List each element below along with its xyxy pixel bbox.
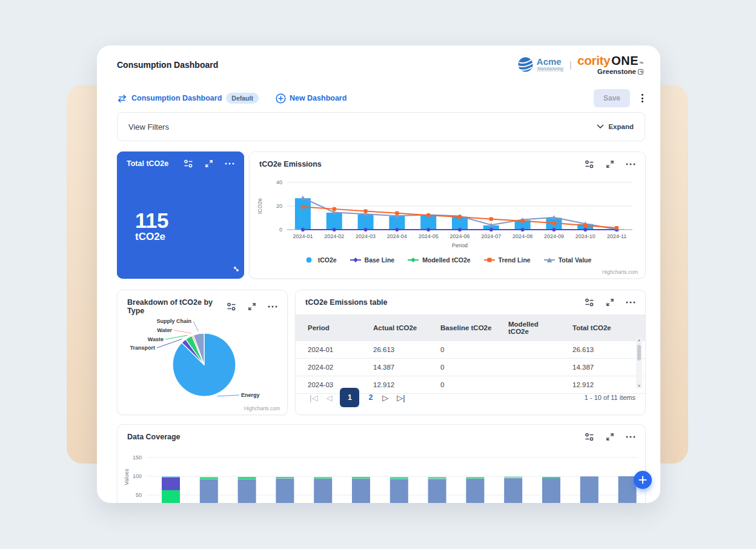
widget-settings-icon[interactable] (184, 159, 193, 168)
swap-arrows-icon (117, 95, 127, 102)
column-header[interactable]: Baseline tCO2e (428, 314, 496, 341)
svg-text:50: 50 (136, 492, 142, 498)
acme-name: Acme (537, 57, 564, 66)
legend-item[interactable]: Modelled tCO2e (408, 256, 470, 264)
pie-label: Water (157, 327, 172, 333)
data-coverage-card: Data Coverage 50100150Val (117, 424, 646, 503)
dashboard-panel: Consumption Dashboard Acme Manufacturing… (97, 45, 660, 503)
brand-logos: Acme Manufacturing | cority ONE ™ Greens… (517, 54, 643, 75)
table-scrollbar[interactable]: ▲ ▼ (636, 338, 642, 388)
widget-settings-icon[interactable] (585, 298, 594, 307)
legend-item[interactable]: Base Line (350, 256, 395, 264)
legend-item[interactable]: Total Value (544, 256, 592, 264)
pie-label: Transport (130, 345, 155, 351)
total-tco2e-card: Total tCO2e 115 (117, 151, 244, 279)
legend-item[interactable]: tCO2e (303, 256, 337, 264)
save-button[interactable]: Save (594, 89, 630, 107)
svg-text:2024-06: 2024-06 (449, 233, 469, 239)
expand-widget-icon[interactable] (606, 160, 614, 168)
new-dashboard-button[interactable]: New Dashboard (276, 93, 346, 104)
expand-filters-button[interactable]: Expand (597, 123, 634, 130)
pagination-summary: 1 - 10 of 11 items (585, 394, 635, 401)
dashboard-tabbar: Consumption Dashboard Default New Dashbo… (117, 88, 645, 108)
next-page-button[interactable]: ▷ (378, 391, 393, 405)
last-page-button[interactable]: ▷| (393, 391, 409, 405)
emissions-table: PeriodActual tCO2eBaseline tCO2eModelled… (296, 314, 645, 394)
cority-wordmark: cority (577, 54, 610, 67)
logo-separator: | (569, 59, 572, 70)
widget-menu-icon[interactable] (268, 305, 277, 308)
plus-icon (638, 476, 647, 484)
scrollbar-thumb[interactable] (637, 345, 641, 361)
svg-text:tCO2e: tCO2e (257, 198, 263, 214)
svg-text:Period: Period (452, 242, 468, 248)
new-dashboard-label: New Dashboard (290, 94, 346, 102)
chart-legend: tCO2eBase LineModelled tCO2eTrend LineTo… (250, 256, 645, 264)
table-row[interactable]: 2024-0126.613026.613 (296, 341, 645, 359)
kpi-value: 115 (135, 210, 168, 231)
plus-circle-icon (276, 93, 286, 104)
page-2-button[interactable]: 2 (363, 391, 378, 404)
default-badge: Default (226, 93, 259, 104)
widget-settings-icon[interactable] (585, 433, 594, 441)
svg-text:2024-08: 2024-08 (512, 233, 532, 239)
tco2e-emissions-card: tCO2e Emissions 02040tCO2 (249, 151, 646, 279)
table-row[interactable]: 2024-0214.387014.387 (296, 359, 645, 376)
prev-page-button[interactable]: ◁ (322, 391, 336, 405)
pie-label: Energy (241, 392, 260, 398)
widget-menu-icon[interactable] (626, 436, 635, 438)
kpi-unit: tCO2e (135, 231, 168, 242)
widget-settings-icon[interactable] (227, 302, 236, 311)
expand-widget-icon[interactable] (205, 159, 213, 168)
widget-menu-icon[interactable] (626, 301, 635, 304)
view-filters-title: View Filters (128, 122, 169, 131)
expand-widget-icon[interactable] (606, 433, 614, 441)
svg-text:150: 150 (133, 454, 142, 461)
acme-globe-icon (517, 56, 534, 73)
table-title: tCO2e Emissions table (305, 298, 387, 307)
scroll-down-icon[interactable]: ▼ (636, 384, 642, 388)
first-page-button[interactable]: |◁ (305, 391, 322, 405)
svg-text:40: 40 (276, 179, 282, 185)
column-header[interactable]: Total tCO2e (560, 314, 645, 341)
svg-text:2024-04: 2024-04 (387, 233, 407, 239)
chevron-down-icon (597, 124, 604, 129)
resize-handle-icon[interactable] (233, 264, 240, 275)
svg-text:20: 20 (276, 203, 282, 209)
more-options-icon[interactable] (640, 92, 645, 104)
svg-text:2024-07: 2024-07 (481, 233, 501, 239)
widget-menu-icon[interactable] (626, 163, 635, 165)
widget-menu-icon[interactable] (225, 162, 234, 165)
column-header[interactable]: Modelled tCO2e (496, 314, 560, 341)
greenstone-icon (638, 69, 643, 75)
svg-text:2024-05: 2024-05 (419, 233, 439, 239)
page-title: Consumption Dashboard (117, 60, 218, 70)
coverage-title: Data Coverage (127, 433, 181, 441)
legend-item[interactable]: Trend Line (484, 256, 531, 264)
widget-settings-icon[interactable] (585, 160, 594, 168)
scroll-up-icon[interactable]: ▲ (636, 338, 642, 342)
add-widget-button[interactable] (634, 471, 652, 489)
emissions-title: tCO2e Emissions (259, 160, 322, 168)
svg-text:100: 100 (133, 473, 142, 479)
kpi-title: Total tCO2e (127, 159, 168, 168)
data-coverage-chart: 50100150Values (122, 448, 641, 503)
highcharts-credit: Highcharts.com (602, 269, 638, 275)
emissions-table-card: tCO2e Emissions table (295, 290, 646, 415)
pie-label: Supply Chain (156, 318, 191, 324)
tab-consumption-dashboard[interactable]: Consumption Dashboard Default (117, 93, 259, 104)
column-header[interactable]: Actual tCO2e (361, 314, 428, 341)
expand-label: Expand (608, 123, 634, 130)
svg-text:2024-02: 2024-02 (324, 233, 344, 239)
expand-widget-icon[interactable] (248, 302, 256, 311)
expand-widget-icon[interactable] (606, 298, 614, 307)
svg-text:2024-03: 2024-03 (356, 233, 376, 239)
svg-text:2024-09: 2024-09 (544, 233, 564, 239)
svg-text:2024-01: 2024-01 (293, 233, 313, 239)
pie-label: Waste (148, 336, 164, 342)
page-1-button[interactable]: 1 (340, 388, 359, 407)
acme-subtitle: Manufacturing (537, 67, 564, 72)
column-header[interactable]: Period (296, 314, 361, 341)
tab-label: Consumption Dashboard (131, 94, 222, 102)
svg-text:Values: Values (124, 468, 130, 485)
